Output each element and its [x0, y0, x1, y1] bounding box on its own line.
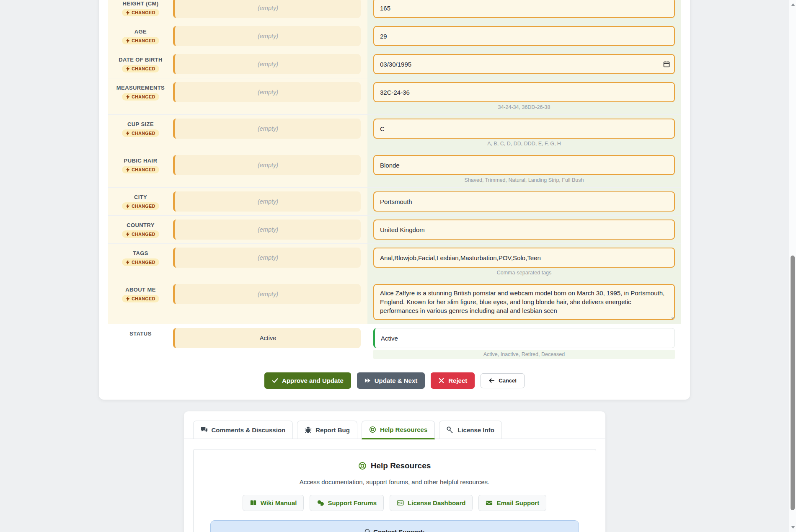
support-forums-button[interactable]: Support Forums — [310, 495, 384, 511]
new-value-wrap — [373, 248, 675, 268]
panel-title: Help Resources — [358, 461, 431, 470]
lightning-icon — [126, 167, 130, 172]
comments-icon — [201, 426, 208, 434]
help-card: Comments & Discussion Report Bug Help Re… — [184, 411, 605, 532]
email-support-button[interactable]: Email Support — [478, 495, 546, 511]
approve-and-update-button[interactable]: Approve and Update — [264, 372, 351, 389]
field-label: MEASUREMENTS — [108, 85, 173, 91]
field-row: MEASUREMENTS CHANGED (empty) 34-24-34, 3… — [108, 78, 681, 115]
new-value-input[interactable] — [373, 191, 675, 212]
new-value-input[interactable] — [373, 82, 675, 102]
old-value-box: (empty) — [173, 119, 361, 139]
field-row: COUNTRY CHANGED (empty) — [108, 216, 681, 244]
field-row: HEIGHT (CM) CHANGED (empty) — [108, 0, 681, 22]
old-value-text: (empty) — [258, 125, 278, 132]
changed-badge-label: CHANGED — [132, 131, 155, 136]
new-value-wrap — [373, 54, 675, 74]
lightning-icon — [126, 204, 130, 209]
new-value-input[interactable] — [373, 0, 675, 18]
field-label: STATUS — [108, 331, 173, 337]
old-value-text: (empty) — [258, 162, 278, 168]
new-value-wrap — [373, 220, 675, 240]
vertical-scrollbar[interactable] — [789, 0, 796, 532]
changed-badge: CHANGED — [122, 93, 159, 101]
key-icon — [447, 426, 454, 434]
resource-button-label: Email Support — [496, 499, 539, 506]
help-resources-panel: Help Resources Access documentation, sup… — [193, 449, 596, 532]
new-value-input[interactable] — [373, 54, 675, 74]
field-helper: Shaved, Trimmed, Natural, Landing Strip,… — [373, 177, 675, 183]
resource-button-label: Wiki Manual — [261, 499, 297, 506]
form-footer: Approve and Update Update & Next Reject … — [99, 363, 690, 400]
new-value-wrap — [373, 26, 675, 46]
new-value-wrap — [373, 0, 675, 18]
tab-report-bug[interactable]: Report Bug — [297, 421, 357, 439]
changed-badge: CHANGED — [122, 37, 159, 44]
old-value-box: (empty) — [173, 54, 361, 74]
tab-label: Report Bug — [315, 426, 350, 434]
tab-license-info[interactable]: License Info — [439, 421, 502, 439]
field-row: CITY CHANGED (empty) — [108, 188, 681, 216]
new-value-input[interactable] — [373, 328, 675, 348]
changed-badge-label: CHANGED — [132, 260, 155, 265]
field-label: DATE OF BIRTH — [108, 57, 173, 63]
field-row: TAGS CHANGED (empty) Comma-separated tag… — [108, 244, 681, 280]
cancel-button[interactable]: Cancel — [481, 373, 525, 388]
old-value-box: (empty) — [173, 284, 361, 304]
scrollbar-down-arrow[interactable] — [791, 526, 795, 529]
license-dashboard-button[interactable]: License Dashboard — [390, 495, 473, 511]
new-value-wrap — [373, 284, 675, 320]
field-label: CUP SIZE — [108, 121, 173, 127]
field-helper: Active, Inactive, Retired, Deceased — [373, 350, 675, 359]
form-table: HEIGHT (CM) CHANGED (empty) AGE CHANGED — [108, 0, 681, 363]
panel-description: Access documentation, support forums, an… — [202, 478, 587, 486]
changed-badge: CHANGED — [122, 295, 159, 302]
next-button-label: Update & Next — [375, 377, 418, 384]
contact-support-panel: Contact Support: Email: support@comusthu… — [210, 520, 579, 532]
tab-comments-discussion[interactable]: Comments & Discussion — [193, 421, 293, 439]
bug-icon — [305, 426, 312, 434]
old-value-text: (empty) — [258, 291, 278, 297]
new-value-textarea[interactable] — [373, 284, 675, 320]
new-value-input[interactable] — [373, 26, 675, 46]
reject-button[interactable]: Reject — [431, 372, 475, 389]
changed-badge-label: CHANGED — [132, 10, 155, 15]
old-value-text: (empty) — [258, 226, 278, 233]
lightning-icon — [126, 296, 130, 301]
field-helper: 34-24-34, 36DD-26-38 — [373, 104, 675, 111]
new-value-input[interactable] — [373, 248, 675, 268]
panel-title-text: Help Resources — [371, 461, 431, 470]
new-value-wrap — [373, 82, 675, 102]
changed-badge-label: CHANGED — [132, 167, 155, 172]
scrollbar-up-arrow[interactable] — [791, 3, 795, 6]
old-value-text: (empty) — [258, 254, 278, 261]
cancel-button-label: Cancel — [499, 377, 517, 384]
field-row: ABOUT ME CHANGED (empty) — [108, 280, 681, 324]
tab-label: Comments & Discussion — [212, 426, 286, 434]
field-label: ABOUT ME — [108, 287, 173, 293]
update-and-next-button[interactable]: Update & Next — [357, 372, 425, 389]
new-value-input[interactable] — [373, 155, 675, 175]
resource-button-label: License Dashboard — [408, 499, 465, 506]
field-label: HEIGHT (CM) — [108, 0, 173, 7]
old-value-box: (empty) — [173, 248, 361, 268]
old-value-box: (empty) — [173, 155, 361, 175]
scrollbar-thumb[interactable] — [791, 256, 795, 510]
new-value-input[interactable] — [373, 220, 675, 240]
book-icon — [250, 499, 257, 506]
changed-badge: CHANGED — [122, 230, 159, 238]
field-row: STATUS Active Active, Inactive, Retired,… — [108, 324, 681, 363]
tab-help-resources[interactable]: Help Resources — [362, 421, 435, 439]
comments-icon — [317, 499, 324, 506]
wiki-manual-button[interactable]: Wiki Manual — [243, 495, 304, 511]
field-label: PUBIC HAIR — [108, 158, 173, 164]
field-helper: A, B, C, D, DD, DDD, E, F, G, H — [373, 140, 675, 147]
changed-badge: CHANGED — [122, 166, 159, 173]
tab-label: License Info — [457, 426, 494, 434]
changed-badge-label: CHANGED — [132, 38, 155, 43]
fast-forward-icon — [364, 377, 371, 384]
check-icon — [272, 377, 278, 384]
lightning-icon — [126, 66, 130, 71]
new-value-input[interactable] — [373, 119, 675, 139]
new-value-wrap — [373, 119, 675, 139]
